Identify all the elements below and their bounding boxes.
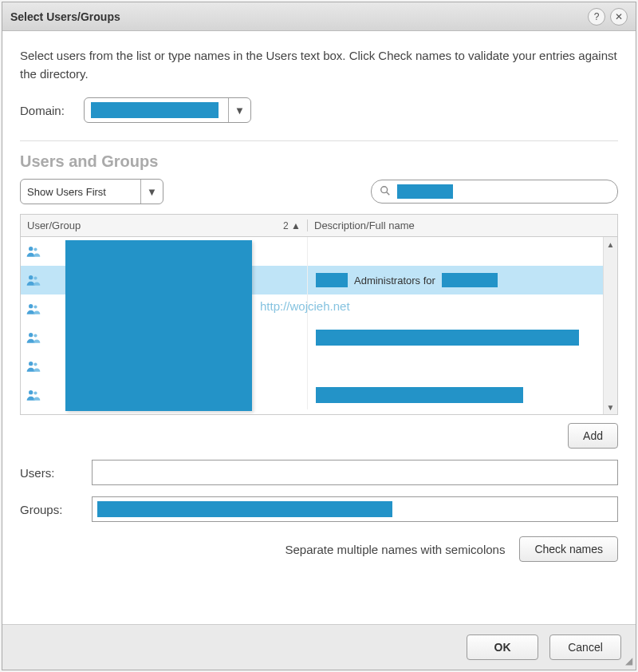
hint-text: Separate multiple names with semicolons	[285, 543, 505, 556]
column-usergroup[interactable]: User/Group 2 ▲	[21, 219, 308, 231]
svg-point-3	[33, 247, 37, 251]
table-header: User/Group 2 ▲ Description/Full name	[21, 215, 617, 237]
column-description[interactable]: Description/Full name	[308, 219, 617, 231]
hint-row: Separate multiple names with semicolons …	[20, 536, 618, 562]
divider	[20, 140, 618, 141]
sort-value: Show Users First	[21, 180, 140, 204]
chevron-down-icon[interactable]: ▼	[228, 98, 250, 122]
svg-point-12	[29, 390, 33, 394]
redacted	[316, 387, 523, 403]
search-input[interactable]	[371, 180, 618, 204]
instructions-text: Select users from the list or type names…	[20, 47, 618, 83]
group-icon	[26, 387, 41, 403]
svg-point-2	[29, 247, 33, 251]
watermark: http://wojcieh.net	[260, 299, 350, 313]
svg-point-6	[29, 304, 33, 308]
domain-row: Domain: ▼	[20, 97, 618, 123]
groups-field-row: Groups:	[20, 496, 618, 522]
check-names-button[interactable]: Check names	[519, 536, 618, 562]
users-groups-table: User/Group 2 ▲ Description/Full name Adm…	[20, 214, 618, 415]
select-users-groups-dialog: Select Users/Groups ? ✕ Select users fro…	[2, 2, 636, 670]
svg-point-11	[33, 362, 37, 366]
help-icon[interactable]: ?	[588, 8, 605, 26]
add-button[interactable]: Add	[568, 423, 618, 449]
users-field-row: Users:	[20, 460, 618, 485]
close-icon[interactable]: ✕	[610, 8, 628, 26]
cancel-button[interactable]: Cancel	[549, 634, 621, 660]
ok-button[interactable]: OK	[467, 634, 538, 660]
svg-point-4	[29, 275, 33, 279]
domain-label: Domain:	[20, 104, 84, 117]
usergroup-column-redacted	[65, 240, 252, 411]
resize-grip-icon[interactable]: ◢	[625, 655, 632, 666]
svg-point-0	[381, 186, 388, 192]
svg-point-5	[33, 276, 37, 279]
users-label: Users:	[20, 466, 92, 480]
table-body: Administrators for	[21, 237, 617, 414]
group-icon	[26, 330, 41, 346]
scroll-down-icon[interactable]: ▼	[604, 400, 617, 414]
domain-value-redacted	[91, 102, 219, 118]
group-icon	[26, 358, 41, 374]
search-icon	[380, 185, 391, 199]
svg-point-10	[29, 362, 33, 366]
users-input[interactable]	[92, 460, 618, 485]
scroll-up-icon[interactable]: ▲	[604, 237, 617, 251]
dialog-title: Select Users/Groups	[10, 10, 583, 23]
groups-input[interactable]	[92, 496, 618, 522]
search-value-redacted	[397, 184, 453, 199]
dialog-content: Select users from the list or type names…	[2, 31, 636, 624]
group-icon	[26, 301, 41, 317]
groups-label: Groups:	[20, 503, 92, 516]
svg-line-1	[387, 192, 390, 195]
svg-point-9	[33, 334, 37, 337]
group-icon	[26, 243, 41, 259]
toolbar: Show Users First ▼	[20, 179, 618, 204]
domain-dropdown[interactable]: ▼	[84, 97, 251, 123]
chevron-down-icon[interactable]: ▼	[140, 180, 163, 204]
dialog-footer: OK Cancel	[2, 624, 636, 670]
groups-value-redacted	[97, 501, 392, 517]
redacted	[316, 330, 579, 346]
sort-dropdown[interactable]: Show Users First ▼	[20, 179, 163, 204]
redacted	[442, 273, 498, 287]
svg-point-13	[33, 391, 37, 394]
row-description: Administrators for	[354, 275, 435, 287]
vertical-scrollbar[interactable]: ▲ ▼	[603, 237, 617, 414]
svg-point-8	[29, 333, 33, 337]
group-icon	[26, 272, 41, 288]
redacted	[316, 273, 348, 287]
titlebar: Select Users/Groups ? ✕	[2, 2, 636, 31]
sort-indicator: 2 ▲	[283, 220, 301, 231]
users-groups-heading: Users and Groups	[20, 152, 618, 171]
svg-point-7	[33, 305, 37, 308]
